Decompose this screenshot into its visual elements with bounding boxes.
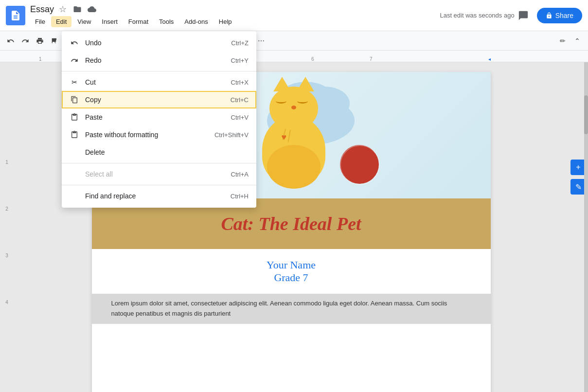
doc-subtitle-grade: Grade 7	[102, 271, 481, 284]
redo-shortcut: Ctrl+Y	[231, 57, 249, 64]
find-replace-icon	[70, 191, 79, 201]
menu-item-paste[interactable]: Paste Ctrl+V	[62, 108, 256, 126]
scrollbar-thumb[interactable]	[584, 95, 588, 134]
menu-item-copy[interactable]: Copy Ctrl+C	[62, 91, 256, 108]
cut-menu-icon: ✂	[70, 77, 79, 87]
menu-tools[interactable]: Tools	[154, 16, 178, 27]
copy-menu-icon	[70, 95, 79, 105]
edit-menu-dropdown: Undo Ctrl+Z Redo Ctrl+Y ✂ Cut Ctrl+X Cop…	[62, 31, 256, 208]
cat-eye-right	[297, 99, 308, 104]
find-replace-label: Find and replace	[85, 192, 231, 200]
menu-addons[interactable]: Add-ons	[179, 16, 213, 27]
menu-item-redo[interactable]: Redo Ctrl+Y	[62, 52, 256, 69]
print-button[interactable]	[33, 34, 47, 48]
doc-subtitle-name: Your Name	[102, 259, 481, 271]
select-all-label: Select all	[85, 170, 231, 178]
delete-label: Delete	[85, 148, 249, 156]
paste-label: Paste	[85, 113, 231, 121]
menu-item-find-replace[interactable]: Find and replace Ctrl+H	[62, 187, 256, 205]
menu-item-cut[interactable]: ✂ Cut Ctrl+X	[62, 73, 256, 91]
paste-no-format-label: Paste without formatting	[85, 131, 214, 139]
redo-button[interactable]	[18, 34, 32, 48]
menu-divider-1	[62, 71, 256, 71]
left-margin: 1 2 3 4	[0, 62, 14, 392]
redo-menu-icon	[70, 55, 79, 65]
menu-view[interactable]: View	[72, 16, 96, 27]
menu-item-select-all: Select all Ctrl+A	[62, 165, 256, 183]
menu-item-paste-no-format[interactable]: Paste without formatting Ctrl+Shift+V	[62, 126, 256, 143]
collapse-button[interactable]: ⌃	[570, 34, 584, 48]
paste-menu-icon	[70, 112, 79, 122]
cat-heart: ♥	[282, 132, 287, 143]
doc-title[interactable]: Essay	[30, 4, 54, 15]
doc-body-section: Lorem ipsum dolor sit amet, consectetuer…	[92, 294, 491, 324]
menu-divider-3	[62, 185, 256, 185]
paste-shortcut: Ctrl+V	[231, 114, 249, 121]
cut-shortcut: Ctrl+X	[231, 79, 249, 86]
yarn-ball	[340, 145, 379, 184]
cloud-icon[interactable]	[86, 3, 98, 15]
menu-divider-2	[62, 163, 256, 163]
cat-nose	[291, 106, 296, 109]
menu-item-delete[interactable]: Delete	[62, 143, 256, 161]
paste-no-format-shortcut: Ctrl+Shift+V	[214, 131, 249, 139]
menu-insert[interactable]: Insert	[97, 16, 123, 27]
copy-label: Copy	[85, 96, 231, 104]
menu-bar: File Edit View Insert Format Tools Add-o…	[30, 16, 430, 27]
share-label: Share	[555, 12, 573, 19]
menu-edit[interactable]: Edit	[51, 16, 71, 27]
undo-label: Undo	[85, 39, 231, 47]
menu-help[interactable]: Help	[214, 16, 237, 27]
undo-menu-icon	[70, 38, 79, 48]
cat-eye-left	[276, 99, 286, 104]
cut-label: Cut	[85, 78, 231, 86]
doc-main-title: Cat: The Ideal Pet	[107, 213, 476, 234]
doc-body-text: Lorem ipsum dolor sit amet, consectetuer…	[111, 299, 471, 319]
paste-no-format-icon	[70, 130, 79, 140]
menu-format[interactable]: Format	[124, 16, 153, 27]
select-all-icon	[70, 169, 79, 179]
redo-label: Redo	[85, 56, 231, 64]
select-all-shortcut: Ctrl+A	[231, 171, 249, 178]
find-replace-shortcut: Ctrl+H	[231, 193, 249, 200]
vertical-scrollbar[interactable]	[584, 62, 588, 392]
paint-format-button[interactable]	[48, 34, 61, 48]
star-icon[interactable]: ☆	[57, 3, 69, 15]
top-bar: Essay ☆ File Edit View Insert Format Too…	[0, 0, 588, 31]
app-icon[interactable]	[6, 6, 25, 25]
menu-item-undo[interactable]: Undo Ctrl+Z	[62, 34, 256, 52]
delete-menu-icon	[70, 147, 79, 157]
doc-title-area: Essay ☆ File Edit View Insert Format Too…	[30, 3, 430, 27]
undo-button[interactable]	[4, 34, 18, 48]
doc-subtitle-section: Your Name Grade 7	[92, 249, 491, 294]
top-right-actions: Share	[515, 7, 582, 24]
undo-shortcut: Ctrl+Z	[231, 39, 249, 47]
folder-icon[interactable]	[71, 3, 83, 15]
share-button[interactable]: Share	[537, 8, 582, 23]
comment-button[interactable]	[515, 7, 532, 24]
menu-file[interactable]: File	[30, 16, 50, 27]
copy-shortcut: Ctrl+C	[231, 96, 249, 104]
last-edit-status: Last edit was seconds ago	[440, 12, 514, 19]
pen-button[interactable]: ✏	[556, 34, 570, 48]
